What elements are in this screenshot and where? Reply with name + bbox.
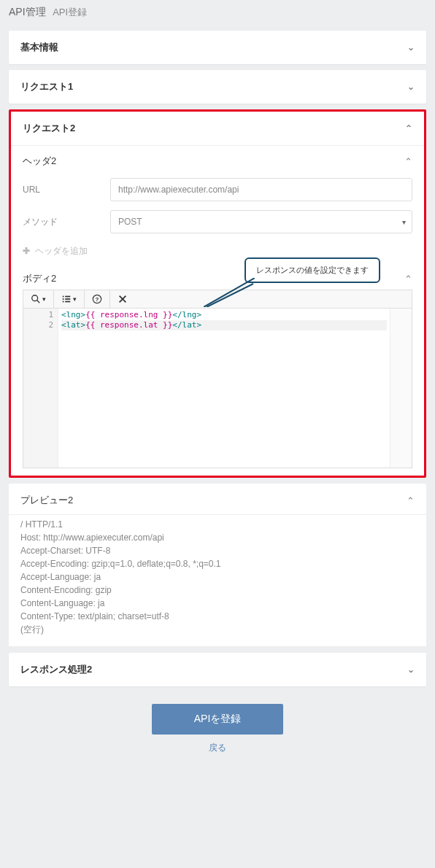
- panel-title: レスポンス処理2: [20, 663, 92, 676]
- url-label: URL: [23, 185, 110, 195]
- panel-request-2-header[interactable]: リクエスト2 ⌃: [11, 112, 424, 146]
- url-input[interactable]: [110, 178, 412, 201]
- svg-line-1: [207, 284, 253, 307]
- panel-basic-info[interactable]: 基本情報 ⌄: [9, 31, 426, 64]
- search-button[interactable]: ▾: [23, 290, 54, 308]
- close-icon: [118, 294, 128, 304]
- subpanel-title: ヘッダ2: [23, 155, 56, 168]
- panel-request-1[interactable]: リクエスト1 ⌄: [9, 70, 426, 104]
- panel-title: リクエスト2: [23, 122, 75, 135]
- panel-preview-2: プレビュー2 ⌃ / HTTP/1.1 Host: http://www.api…: [9, 484, 426, 647]
- svg-rect-4: [63, 296, 64, 298]
- chevron-up-icon: ⌃: [407, 495, 415, 506]
- caret-down-icon: ▾: [42, 295, 46, 303]
- editor-code[interactable]: <lng>{{ response.lng }}</lng><lat>{{ res…: [58, 309, 390, 468]
- method-select[interactable]: POST: [110, 210, 412, 233]
- form-row-method: メソッド POST: [11, 206, 424, 238]
- breadcrumb: API管理 API登録: [0, 0, 435, 25]
- svg-point-2: [32, 295, 38, 301]
- editor-minimap[interactable]: [390, 309, 412, 468]
- method-value: POST: [118, 217, 142, 227]
- breadcrumb-main: API管理: [9, 6, 46, 18]
- svg-text:?: ?: [96, 296, 99, 303]
- svg-rect-6: [63, 298, 64, 300]
- preview-title: プレビュー2: [20, 494, 73, 507]
- back-link[interactable]: 戻る: [0, 742, 435, 754]
- submit-button[interactable]: APIを登録: [152, 704, 283, 735]
- svg-rect-7: [65, 298, 70, 300]
- chevron-up-icon: ⌃: [404, 156, 412, 167]
- chevron-down-icon: ⌄: [407, 42, 415, 53]
- chevron-up-icon: ⌃: [405, 123, 412, 133]
- method-label: メソッド: [23, 216, 110, 228]
- list-icon: [61, 294, 72, 304]
- body-title: ボディ2: [23, 272, 56, 285]
- actions: APIを登録 戻る: [0, 692, 435, 754]
- subpanel-header-2[interactable]: ヘッダ2 ⌃: [11, 146, 424, 174]
- panel-title: 基本情報: [20, 41, 58, 54]
- search-icon: [31, 294, 41, 304]
- add-header-label: ヘッダを追加: [35, 246, 88, 256]
- list-button[interactable]: ▾: [54, 290, 85, 308]
- preview-body: / HTTP/1.1 Host: http://www.apiexecuter.…: [9, 515, 426, 647]
- svg-line-3: [37, 301, 40, 303]
- callout-text: レスポンスの値を設定できます: [245, 257, 380, 283]
- panel-request-2: リクエスト2 ⌃ ヘッダ2 ⌃ URL メソッド POST ✚ ヘッダを追加: [9, 109, 426, 478]
- chevron-down-icon: ⌄: [407, 82, 415, 92]
- svg-rect-5: [65, 296, 70, 298]
- close-button[interactable]: [110, 290, 135, 308]
- panel-response-2[interactable]: レスポンス処理2 ⌄: [9, 653, 426, 686]
- caret-down-icon: ▾: [73, 295, 77, 303]
- breadcrumb-sub: API登録: [53, 7, 87, 18]
- svg-rect-9: [65, 301, 70, 303]
- help-icon: ?: [92, 294, 102, 304]
- callout-tooltip: レスポンスの値を設定できます: [245, 257, 380, 283]
- chevron-up-icon: ⌃: [404, 274, 412, 284]
- preview-header[interactable]: プレビュー2 ⌃: [9, 484, 426, 511]
- form-row-url: URL: [11, 174, 424, 206]
- chevron-down-icon: ⌄: [407, 664, 415, 675]
- plus-icon: ✚: [23, 246, 30, 256]
- help-button[interactable]: ?: [85, 290, 110, 308]
- svg-line-0: [204, 278, 255, 307]
- panel-title: リクエスト1: [20, 80, 73, 93]
- editor-gutter: 1 2: [23, 309, 58, 468]
- svg-rect-8: [63, 301, 64, 303]
- code-editor[interactable]: 1 2 <lng>{{ response.lng }}</lng><lat>{{…: [23, 308, 412, 468]
